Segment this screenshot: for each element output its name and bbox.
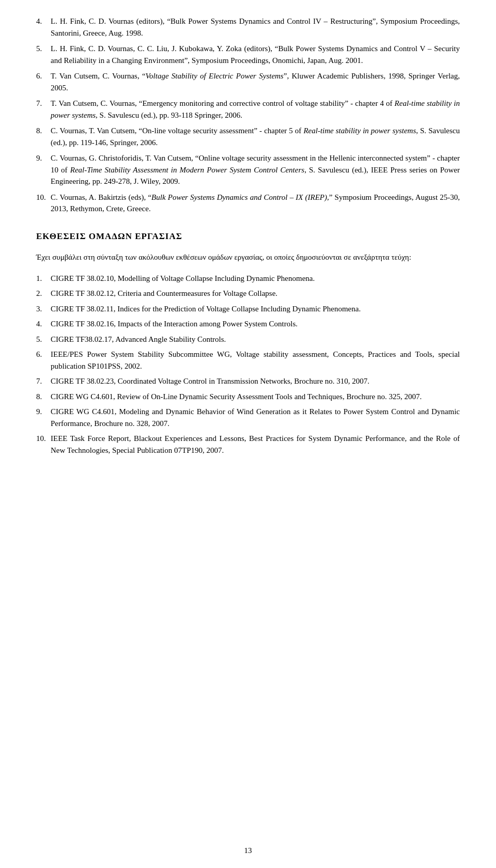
cigre-text-10: IEEE Task Force Report, Blackout Experie… — [51, 433, 460, 456]
cigre-entry-4: 4. CIGRE TF 38.02.16, Impacts of the Int… — [36, 318, 460, 330]
ref-text-6: T. Van Cutsem, C. Vournas, “Voltage Stab… — [51, 70, 460, 93]
cigre-text-3: CIGRE TF 38.02.11, Indices for the Predi… — [51, 303, 460, 315]
cigre-entry-6: 6. IEEE/PES Power System Stability Subco… — [36, 349, 460, 372]
cigre-entry-5: 5. CIGRE TF38.02.17, Advanced Angle Stab… — [36, 334, 460, 345]
ref-number-8: 8. — [36, 125, 51, 148]
cigre-text-4: CIGRE TF 38.02.16, Impacts of the Intera… — [51, 318, 460, 330]
cigre-text-8: CIGRE WG C4.601, Review of On-Line Dynam… — [51, 391, 460, 403]
cigre-number-6: 6. — [36, 349, 51, 372]
cigre-entry-8: 8. CIGRE WG C4.601, Review of On-Line Dy… — [36, 391, 460, 403]
cigre-text-6: IEEE/PES Power System Stability Subcommi… — [51, 349, 460, 372]
cigre-entry-1: 1. CIGRE TF 38.02.10, Modelling of Volta… — [36, 273, 460, 285]
cigre-number-5: 5. — [36, 334, 51, 345]
cigre-text-2: CIGRE TF 38.02.12, Criteria and Counterm… — [51, 288, 460, 299]
ref-entry-7: 7. T. Van Cutsem, C. Vournas, “Emergency… — [36, 98, 460, 121]
ref-text-5: L. H. Fink, C. D. Vournas, C. C. Liu, J.… — [51, 43, 460, 66]
cigre-entry-3: 3. CIGRE TF 38.02.11, Indices for the Pr… — [36, 303, 460, 315]
section-heading: ΕΚΘΕΣΕΙΣ ΟΜΑΔΩΝ ΕΡΓΑΣΙΑΣ — [36, 231, 460, 242]
cigre-number-9: 9. — [36, 406, 51, 429]
ref-number-10: 10. — [36, 192, 51, 215]
cigre-entry-9: 9. CIGRE WG C4.601, Modeling and Dynamic… — [36, 406, 460, 429]
cigre-number-8: 8. — [36, 391, 51, 403]
ref-number-6: 6. — [36, 70, 51, 93]
cigre-entry-7: 7. CIGRE TF 38.02.23, Coordinated Voltag… — [36, 375, 460, 387]
cigre-number-3: 3. — [36, 303, 51, 315]
greek-intro: Έχει συμβάλει στη σύνταξη των ακόλουθων … — [36, 251, 460, 263]
ref-text-10: C. Vournas, A. Bakirtzis (eds), “Bulk Po… — [51, 192, 460, 215]
ref-entry-4: 4. L. H. Fink, C. D. Vournas (editors), … — [36, 15, 460, 39]
cigre-number-1: 1. — [36, 273, 51, 285]
cigre-text-5: CIGRE TF38.02.17, Advanced Angle Stabili… — [51, 334, 460, 345]
cigre-number-2: 2. — [36, 288, 51, 299]
ref-text-4: L. H. Fink, C. D. Vournas (editors), “Bu… — [51, 15, 460, 39]
ref-entry-5: 5. L. H. Fink, C. D. Vournas, C. C. Liu,… — [36, 43, 460, 66]
ref-text-7: T. Van Cutsem, C. Vournas, “Emergency mo… — [51, 98, 460, 121]
cigre-number-10: 10. — [36, 433, 51, 456]
cigre-text-9: CIGRE WG C4.601, Modeling and Dynamic Be… — [51, 406, 460, 429]
cigre-entry-2: 2. CIGRE TF 38.02.12, Criteria and Count… — [36, 288, 460, 299]
cigre-section: 1. CIGRE TF 38.02.10, Modelling of Volta… — [36, 273, 460, 456]
page: 4. L. H. Fink, C. D. Vournas (editors), … — [0, 0, 496, 868]
cigre-number-4: 4. — [36, 318, 51, 330]
cigre-number-7: 7. — [36, 375, 51, 387]
ref-entry-9: 9. C. Vournas, G. Christoforidis, T. Van… — [36, 152, 460, 187]
ref-number-9: 9. — [36, 152, 51, 187]
ref-number-4: 4. — [36, 15, 51, 39]
ref-number-5: 5. — [36, 43, 51, 66]
cigre-text-7: CIGRE TF 38.02.23, Coordinated Voltage C… — [51, 375, 460, 387]
cigre-text-1: CIGRE TF 38.02.10, Modelling of Voltage … — [51, 273, 460, 285]
ref-text-8: C. Vournas, T. Van Cutsem, “On-line volt… — [51, 125, 460, 148]
ref-entry-8: 8. C. Vournas, T. Van Cutsem, “On-line v… — [36, 125, 460, 148]
page-number: 13 — [244, 846, 252, 855]
ref-entry-6: 6. T. Van Cutsem, C. Vournas, “Voltage S… — [36, 70, 460, 93]
references-section: 4. L. H. Fink, C. D. Vournas (editors), … — [36, 15, 460, 215]
ref-text-9: C. Vournas, G. Christoforidis, T. Van Cu… — [51, 152, 460, 187]
ref-number-7: 7. — [36, 98, 51, 121]
ref-entry-10: 10. C. Vournas, A. Bakirtzis (eds), “Bul… — [36, 192, 460, 215]
cigre-entry-10: 10. IEEE Task Force Report, Blackout Exp… — [36, 433, 460, 456]
